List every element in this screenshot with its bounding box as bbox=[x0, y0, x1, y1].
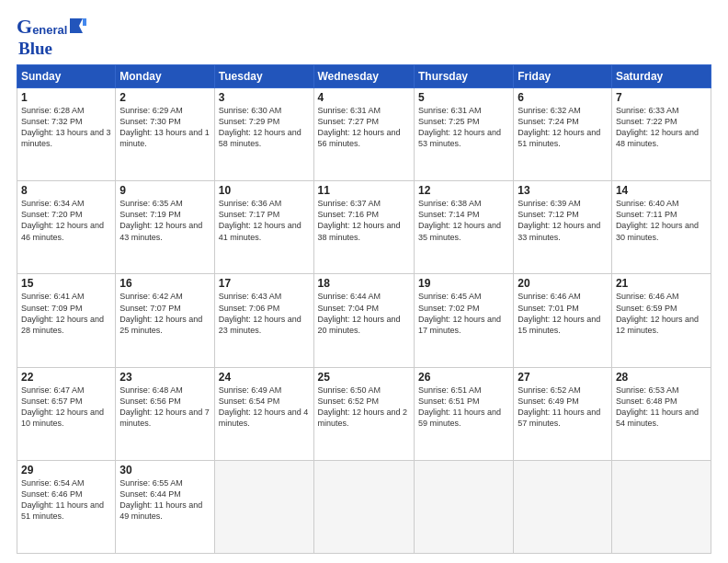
calendar-cell: 9Sunrise: 6:35 AMSunset: 7:19 PMDaylight… bbox=[116, 181, 214, 274]
day-number: 26 bbox=[418, 371, 509, 384]
day-number: 3 bbox=[219, 91, 310, 104]
day-number: 9 bbox=[119, 184, 210, 197]
calendar-cell bbox=[313, 460, 414, 553]
day-info: Sunrise: 6:45 AMSunset: 7:02 PMDaylight:… bbox=[418, 291, 509, 336]
calendar-cell: 2Sunrise: 6:29 AMSunset: 7:30 PMDaylight… bbox=[116, 88, 214, 181]
day-number: 4 bbox=[318, 91, 410, 104]
day-number: 19 bbox=[418, 277, 509, 290]
day-info: Sunrise: 6:47 AMSunset: 6:57 PMDaylight:… bbox=[21, 385, 111, 430]
page: G eneral Blue SundayMondayTuesdayWednesd… bbox=[0, 0, 728, 563]
weekday-header-friday: Friday bbox=[514, 65, 612, 88]
day-info: Sunrise: 6:36 AMSunset: 7:17 PMDaylight:… bbox=[219, 198, 310, 243]
day-number: 27 bbox=[518, 371, 608, 384]
calendar-row-3: 15Sunrise: 6:41 AMSunset: 7:09 PMDayligh… bbox=[17, 274, 711, 367]
calendar-cell: 16Sunrise: 6:42 AMSunset: 7:07 PMDayligh… bbox=[116, 274, 214, 367]
logo-eneral-text: eneral bbox=[32, 23, 67, 37]
calendar-cell: 17Sunrise: 6:43 AMSunset: 7:06 PMDayligh… bbox=[214, 274, 313, 367]
calendar-cell: 6Sunrise: 6:32 AMSunset: 7:24 PMDaylight… bbox=[514, 88, 612, 181]
calendar-cell: 19Sunrise: 6:45 AMSunset: 7:02 PMDayligh… bbox=[414, 274, 513, 367]
calendar-cell: 30Sunrise: 6:55 AMSunset: 6:44 PMDayligh… bbox=[116, 460, 214, 553]
calendar-cell bbox=[214, 460, 313, 553]
calendar-cell: 14Sunrise: 6:40 AMSunset: 7:11 PMDayligh… bbox=[611, 181, 711, 274]
day-info: Sunrise: 6:51 AMSunset: 6:51 PMDaylight:… bbox=[418, 385, 509, 430]
day-number: 5 bbox=[418, 91, 509, 104]
day-number: 17 bbox=[219, 277, 310, 290]
svg-marker-0 bbox=[70, 18, 83, 33]
calendar-cell: 8Sunrise: 6:34 AMSunset: 7:20 PMDaylight… bbox=[17, 181, 116, 274]
day-info: Sunrise: 6:34 AMSunset: 7:20 PMDaylight:… bbox=[21, 198, 111, 243]
day-info: Sunrise: 6:53 AMSunset: 6:48 PMDaylight:… bbox=[616, 385, 707, 430]
day-number: 10 bbox=[219, 184, 310, 197]
weekday-header-row: SundayMondayTuesdayWednesdayThursdayFrid… bbox=[17, 65, 711, 88]
day-info: Sunrise: 6:44 AMSunset: 7:04 PMDaylight:… bbox=[318, 291, 410, 336]
day-number: 22 bbox=[21, 371, 111, 384]
day-number: 7 bbox=[616, 91, 707, 104]
calendar-row-5: 29Sunrise: 6:54 AMSunset: 6:46 PMDayligh… bbox=[17, 460, 711, 553]
day-info: Sunrise: 6:41 AMSunset: 7:09 PMDaylight:… bbox=[21, 291, 111, 336]
calendar-cell: 15Sunrise: 6:41 AMSunset: 7:09 PMDayligh… bbox=[17, 274, 116, 367]
logo-flag-icon bbox=[70, 17, 86, 35]
day-number: 30 bbox=[119, 464, 210, 477]
calendar-table: SundayMondayTuesdayWednesdayThursdayFrid… bbox=[17, 64, 711, 554]
day-number: 15 bbox=[21, 277, 111, 290]
day-number: 1 bbox=[21, 91, 111, 104]
calendar-cell: 7Sunrise: 6:33 AMSunset: 7:22 PMDaylight… bbox=[611, 88, 711, 181]
calendar-cell: 23Sunrise: 6:48 AMSunset: 6:56 PMDayligh… bbox=[116, 367, 214, 460]
day-info: Sunrise: 6:33 AMSunset: 7:22 PMDaylight:… bbox=[616, 105, 707, 150]
weekday-header-monday: Monday bbox=[116, 65, 214, 88]
day-info: Sunrise: 6:43 AMSunset: 7:06 PMDaylight:… bbox=[219, 291, 310, 336]
day-number: 8 bbox=[21, 184, 111, 197]
calendar-cell: 1Sunrise: 6:28 AMSunset: 7:32 PMDaylight… bbox=[17, 88, 116, 181]
day-number: 28 bbox=[616, 371, 707, 384]
day-info: Sunrise: 6:52 AMSunset: 6:49 PMDaylight:… bbox=[518, 385, 608, 430]
svg-marker-1 bbox=[83, 18, 86, 26]
day-info: Sunrise: 6:31 AMSunset: 7:27 PMDaylight:… bbox=[318, 105, 410, 150]
weekday-header-thursday: Thursday bbox=[414, 65, 513, 88]
calendar-row-2: 8Sunrise: 6:34 AMSunset: 7:20 PMDaylight… bbox=[17, 181, 711, 274]
calendar-cell: 24Sunrise: 6:49 AMSunset: 6:54 PMDayligh… bbox=[214, 367, 313, 460]
calendar-cell: 21Sunrise: 6:46 AMSunset: 6:59 PMDayligh… bbox=[611, 274, 711, 367]
day-number: 18 bbox=[318, 277, 410, 290]
day-info: Sunrise: 6:35 AMSunset: 7:19 PMDaylight:… bbox=[119, 198, 210, 243]
weekday-header-saturday: Saturday bbox=[611, 65, 711, 88]
day-number: 20 bbox=[518, 277, 608, 290]
calendar-cell: 11Sunrise: 6:37 AMSunset: 7:16 PMDayligh… bbox=[313, 181, 414, 274]
logo-blue-text: Blue bbox=[18, 39, 52, 59]
calendar-row-4: 22Sunrise: 6:47 AMSunset: 6:57 PMDayligh… bbox=[17, 367, 711, 460]
day-info: Sunrise: 6:30 AMSunset: 7:29 PMDaylight:… bbox=[219, 105, 310, 150]
day-info: Sunrise: 6:38 AMSunset: 7:14 PMDaylight:… bbox=[418, 198, 509, 243]
day-info: Sunrise: 6:37 AMSunset: 7:16 PMDaylight:… bbox=[318, 198, 410, 243]
day-number: 16 bbox=[119, 277, 210, 290]
day-number: 23 bbox=[119, 371, 210, 384]
calendar-row-1: 1Sunrise: 6:28 AMSunset: 7:32 PMDaylight… bbox=[17, 88, 711, 181]
day-info: Sunrise: 6:28 AMSunset: 7:32 PMDaylight:… bbox=[21, 105, 111, 150]
logo-g-letter: G bbox=[17, 15, 32, 39]
calendar-cell: 26Sunrise: 6:51 AMSunset: 6:51 PMDayligh… bbox=[414, 367, 513, 460]
day-number: 21 bbox=[616, 277, 707, 290]
weekday-header-wednesday: Wednesday bbox=[313, 65, 414, 88]
day-info: Sunrise: 6:32 AMSunset: 7:24 PMDaylight:… bbox=[518, 105, 608, 150]
calendar-cell: 22Sunrise: 6:47 AMSunset: 6:57 PMDayligh… bbox=[17, 367, 116, 460]
calendar-cell: 18Sunrise: 6:44 AMSunset: 7:04 PMDayligh… bbox=[313, 274, 414, 367]
calendar-cell bbox=[514, 460, 612, 553]
day-info: Sunrise: 6:39 AMSunset: 7:12 PMDaylight:… bbox=[518, 198, 608, 243]
calendar-cell: 27Sunrise: 6:52 AMSunset: 6:49 PMDayligh… bbox=[514, 367, 612, 460]
calendar-cell: 4Sunrise: 6:31 AMSunset: 7:27 PMDaylight… bbox=[313, 88, 414, 181]
calendar-cell: 20Sunrise: 6:46 AMSunset: 7:01 PMDayligh… bbox=[514, 274, 612, 367]
day-number: 14 bbox=[616, 184, 707, 197]
day-number: 6 bbox=[518, 91, 608, 104]
day-info: Sunrise: 6:55 AMSunset: 6:44 PMDaylight:… bbox=[119, 477, 210, 523]
day-info: Sunrise: 6:49 AMSunset: 6:54 PMDaylight:… bbox=[219, 385, 310, 430]
weekday-header-sunday: Sunday bbox=[17, 65, 116, 88]
day-info: Sunrise: 6:42 AMSunset: 7:07 PMDaylight:… bbox=[119, 291, 210, 336]
calendar-cell bbox=[414, 460, 513, 553]
day-number: 11 bbox=[318, 184, 410, 197]
day-info: Sunrise: 6:46 AMSunset: 7:01 PMDaylight:… bbox=[518, 291, 608, 336]
day-number: 2 bbox=[119, 91, 210, 104]
weekday-header-tuesday: Tuesday bbox=[214, 65, 313, 88]
calendar-cell: 28Sunrise: 6:53 AMSunset: 6:48 PMDayligh… bbox=[611, 367, 711, 460]
calendar-cell: 29Sunrise: 6:54 AMSunset: 6:46 PMDayligh… bbox=[17, 460, 116, 553]
day-info: Sunrise: 6:54 AMSunset: 6:46 PMDaylight:… bbox=[21, 477, 111, 523]
calendar-cell bbox=[611, 460, 711, 553]
day-info: Sunrise: 6:50 AMSunset: 6:52 PMDaylight:… bbox=[318, 385, 410, 430]
